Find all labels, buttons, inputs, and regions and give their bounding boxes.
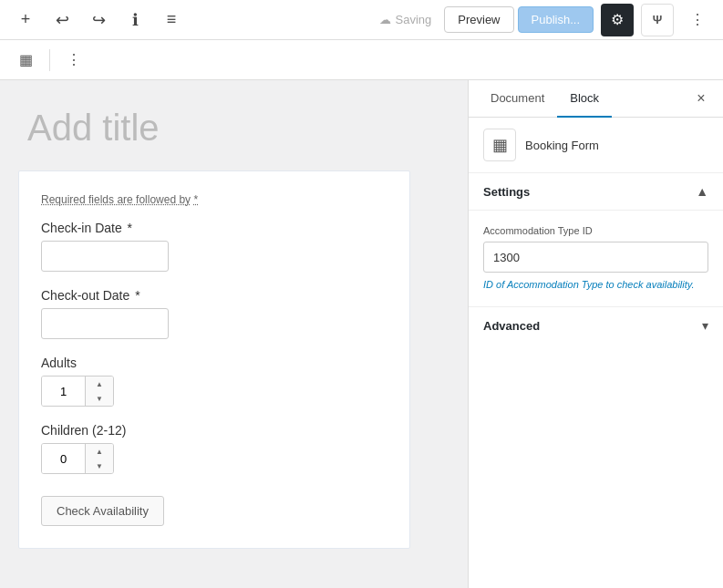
required-asterisk: * — [193, 193, 198, 206]
settings-header[interactable]: Settings ▲ — [469, 173, 723, 211]
right-panel: Document Block × ▦ Booking Form Settings… — [468, 80, 723, 588]
accommodation-id-hint: ID of Accommodation Type to check availa… — [483, 278, 708, 292]
yoast-button[interactable]: Ψ — [641, 4, 674, 36]
checkin-input[interactable] — [41, 241, 169, 272]
main-layout: Add title Required fields are followed b… — [0, 80, 723, 588]
settings-chevron-icon: ▲ — [696, 184, 708, 199]
redo-button[interactable]: ↪ — [82, 4, 115, 36]
settings-body: Accommodation Type ID ID of Accommodatio… — [469, 211, 723, 306]
yoast-icon: Ψ — [653, 13, 663, 26]
advanced-section: Advanced ▾ — [469, 306, 723, 344]
info-button[interactable]: ℹ — [119, 4, 151, 36]
saving-text: Saving — [396, 13, 432, 26]
add-icon: + — [21, 10, 31, 29]
advanced-header[interactable]: Advanced ▾ — [469, 307, 723, 344]
block-form-icon: ▦ — [492, 135, 508, 155]
panel-close-button[interactable]: × — [688, 86, 714, 111]
tab-document[interactable]: Document — [478, 80, 557, 118]
advanced-title: Advanced — [483, 319, 540, 333]
toolbar-divider — [49, 49, 50, 71]
checkout-field: Check-out Date * — [41, 288, 387, 339]
undo-button[interactable]: ↩ — [46, 4, 78, 36]
children-spinner[interactable]: ▲ ▼ — [86, 444, 113, 473]
checkin-label: Check-in Date * — [41, 221, 387, 235]
children-label: Children (2-12) — [41, 423, 387, 438]
saving-indicator: ☁ Saving — [379, 13, 432, 26]
children-input-wrap: ▲ ▼ — [41, 443, 114, 474]
adults-label: Adults — [41, 356, 387, 370]
list-view-button[interactable]: ≡ — [155, 4, 188, 36]
editor-area: Add title Required fields are followed b… — [0, 80, 468, 588]
preview-button[interactable]: Preview — [444, 6, 513, 33]
accommodation-id-label: Accommodation Type ID — [483, 225, 708, 236]
accommodation-id-input[interactable] — [483, 242, 708, 273]
block-type-icon: ▦ — [19, 51, 33, 68]
checkout-input[interactable] — [41, 308, 169, 339]
adults-input-wrap: ▲ ▼ — [41, 376, 114, 407]
adults-spinner[interactable]: ▲ ▼ — [86, 377, 113, 406]
undo-icon: ↩ — [56, 10, 69, 30]
list-icon: ≡ — [167, 10, 177, 29]
checkin-field: Check-in Date * — [41, 221, 387, 272]
booking-form-block: Required fields are followed by * Check-… — [18, 170, 410, 549]
gear-icon: ⚙ — [611, 11, 624, 28]
block-toolbar: ▦ ⋮ — [0, 40, 723, 80]
children-up-arrow[interactable]: ▲ — [86, 444, 113, 459]
required-note: Required fields are followed by * — [41, 193, 387, 206]
children-input[interactable] — [42, 444, 86, 473]
children-down-arrow[interactable]: ▼ — [86, 459, 113, 473]
adults-field: Adults ▲ ▼ — [41, 356, 387, 407]
cloud-icon: ☁ — [379, 13, 391, 26]
settings-title: Settings — [483, 185, 530, 199]
more-options-button[interactable]: ⋮ — [681, 4, 714, 36]
advanced-chevron-icon: ▾ — [702, 318, 708, 333]
adults-down-arrow[interactable]: ▼ — [86, 391, 113, 406]
page-title[interactable]: Add title — [18, 108, 449, 149]
block-icon-row: ▦ Booking Form — [469, 118, 723, 173]
check-availability-button[interactable]: Check Availability — [41, 496, 164, 526]
block-more-options-button[interactable]: ⋮ — [57, 44, 90, 77]
tab-block[interactable]: Block — [557, 80, 612, 118]
checkout-label: Check-out Date * — [41, 288, 387, 303]
add-block-button[interactable]: + — [9, 4, 42, 36]
info-icon: ℹ — [132, 10, 139, 30]
block-type-button[interactable]: ▦ — [9, 44, 42, 77]
settings-section: Settings ▲ Accommodation Type ID ID of A… — [469, 173, 723, 306]
redo-icon: ↪ — [92, 10, 106, 30]
close-icon: × — [697, 90, 705, 107]
adults-up-arrow[interactable]: ▲ — [86, 377, 113, 391]
adults-input[interactable] — [42, 377, 86, 406]
dots-vertical-icon: ⋮ — [67, 51, 81, 68]
dots-vertical-icon: ⋮ — [690, 11, 705, 28]
settings-button[interactable]: ⚙ — [601, 4, 634, 36]
children-field: Children (2-12) ▲ ▼ — [41, 423, 387, 474]
block-type-icon-box: ▦ — [483, 129, 516, 161]
panel-tabs: Document Block × — [469, 80, 723, 118]
top-toolbar: + ↩ ↪ ℹ ≡ ☁ Saving Preview Publish... ⚙ … — [0, 0, 723, 40]
publish-button[interactable]: Publish... — [518, 6, 594, 33]
block-label: Booking Form — [525, 139, 599, 152]
